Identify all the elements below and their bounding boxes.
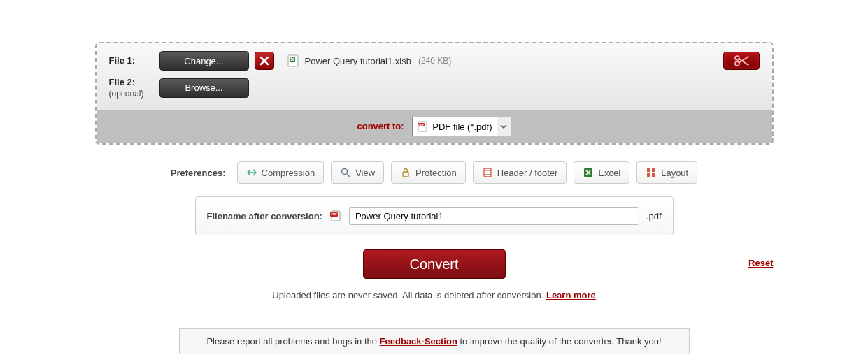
filename-after-label: Filename after conversion:: [207, 211, 322, 221]
page-icon: [482, 167, 493, 178]
convert-row: Convert Reset: [95, 249, 774, 280]
format-value: PDF file (*.pdf): [432, 122, 496, 132]
pref-protection-label: Protection: [415, 168, 457, 178]
learn-more-link[interactable]: Learn more: [546, 290, 596, 300]
compression-icon: [246, 167, 257, 178]
upload-area: File 1: Change... Power Query tutorial1.…: [95, 42, 774, 145]
filename-ext: .pdf: [646, 211, 662, 221]
svg-text:PDF: PDF: [331, 213, 337, 217]
scissors-button[interactable]: [723, 52, 760, 70]
x-icon: [259, 56, 269, 66]
file2-label-text: File 2:: [109, 77, 136, 87]
file2-label: File 2: (optional): [109, 77, 159, 99]
file1-name: Power Query tutorial1.xlsb: [305, 56, 411, 66]
notice-text: Uploaded files are never saved. All data…: [272, 290, 546, 300]
pref-view[interactable]: View: [331, 161, 384, 184]
privacy-notice: Uploaded files are never saved. All data…: [95, 290, 774, 300]
scissors-icon: [733, 54, 750, 67]
feedback-text-a: Please report all problems and bugs in t…: [206, 336, 379, 347]
pref-header-footer-label: Header / footer: [497, 168, 558, 178]
file1-label: File 1:: [109, 55, 159, 66]
pref-compression[interactable]: Compression: [237, 161, 325, 184]
pref-layout-label: Layout: [661, 168, 688, 178]
excel-file-icon: [287, 54, 299, 67]
change-button[interactable]: Change...: [159, 51, 249, 71]
preferences-row: Preferences: Compression View Protection…: [95, 161, 774, 184]
convert-to-bar: convert to: PDF PDF file (*.pdf): [97, 110, 772, 143]
svg-rect-16: [652, 173, 655, 177]
feedback-link[interactable]: Feedback-Section: [380, 336, 457, 347]
svg-rect-13: [647, 168, 650, 172]
svg-rect-15: [647, 173, 650, 177]
magnifier-icon: [340, 167, 351, 178]
feedback-box: Please report all problems and bugs in t…: [179, 328, 690, 354]
pref-header-footer[interactable]: Header / footer: [473, 161, 567, 184]
chevron-down-icon: [497, 117, 511, 136]
pref-compression-label: Compression: [262, 168, 315, 178]
layout-icon: [646, 167, 657, 178]
feedback-text-b: to improve the quality of the converter.…: [457, 336, 662, 347]
convert-to-label: convert to:: [357, 121, 404, 131]
svg-rect-9: [484, 168, 491, 177]
svg-point-3: [735, 61, 739, 66]
reset-link[interactable]: Reset: [748, 258, 773, 268]
browse-button[interactable]: Browse...: [159, 78, 249, 98]
filename-input[interactable]: [349, 207, 639, 225]
convert-button[interactable]: Convert: [363, 249, 506, 279]
pref-excel-label: Excel: [598, 168, 620, 178]
file2-optional: (optional): [109, 89, 144, 99]
file2-row: File 2: (optional) Browse...: [109, 77, 760, 99]
file-rows: File 1: Change... Power Query tutorial1.…: [97, 43, 772, 110]
pref-protection[interactable]: Protection: [391, 161, 466, 184]
file1-size: (240 KB): [418, 56, 451, 66]
filename-box: Filename after conversion: PDF .pdf: [195, 196, 674, 235]
svg-rect-8: [403, 172, 408, 177]
file1-row: File 1: Change... Power Query tutorial1.…: [109, 50, 760, 71]
pref-layout[interactable]: Layout: [636, 161, 697, 184]
pref-view-label: View: [355, 168, 375, 178]
pdf-icon: PDF: [417, 121, 428, 132]
pdf-icon: PDF: [329, 210, 342, 222]
clear-file-button[interactable]: [255, 52, 274, 70]
svg-point-7: [342, 169, 348, 175]
svg-point-2: [735, 56, 739, 60]
format-select[interactable]: PDF PDF file (*.pdf): [412, 117, 511, 136]
preferences-label: Preferences:: [171, 168, 226, 178]
pref-excel[interactable]: Excel: [574, 161, 629, 184]
svg-rect-14: [652, 168, 655, 172]
svg-text:PDF: PDF: [418, 123, 425, 126]
lock-icon: [400, 167, 411, 178]
excel-icon: [583, 167, 594, 178]
